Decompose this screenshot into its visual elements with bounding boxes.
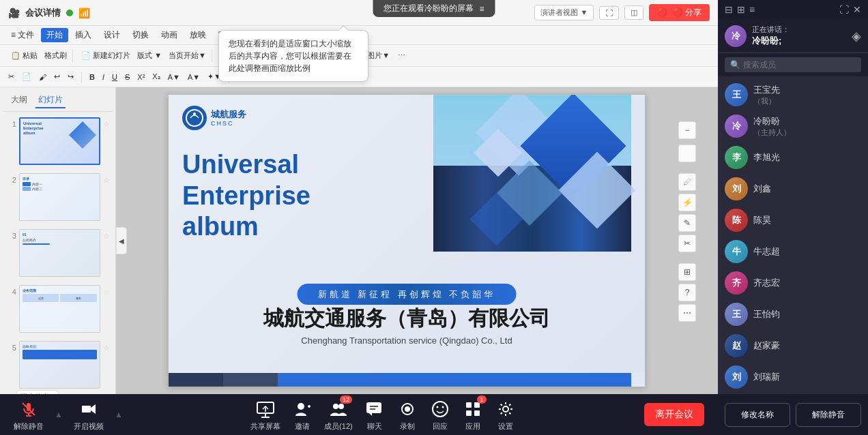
bar-mid	[223, 373, 278, 387]
share-screen-btn[interactable]: 共享屏幕	[250, 398, 280, 432]
share-screen-label: 共享屏幕	[250, 421, 280, 432]
unmute-arrow[interactable]: ▲	[55, 410, 63, 419]
slide-star-5[interactable]: ☆	[103, 344, 110, 352]
react-btn[interactable]: 回应	[429, 398, 451, 432]
more-btn[interactable]: ⋯	[395, 50, 408, 61]
sidebar-toggle-btn[interactable]: ◫	[624, 5, 643, 20]
slide-star-4[interactable]: ☆	[103, 288, 110, 297]
zoom-in-tool[interactable]	[678, 145, 696, 162]
menu-animation[interactable]: 动画	[156, 28, 183, 42]
slide-layout-btn[interactable]: 版式 ▼	[134, 49, 164, 62]
leave-meeting-btn[interactable]: 离开会议	[644, 403, 704, 426]
slide-star-3[interactable]: ☆	[103, 232, 110, 241]
slide-tagline: 新航道 新征程 再创辉煌 不负韶华	[298, 284, 517, 305]
logo-icon	[182, 106, 207, 130]
new-slide-btn[interactable]: 📄 新建幻灯片	[78, 49, 133, 62]
tool-6[interactable]: ✂	[678, 235, 696, 252]
search-members-input[interactable]	[743, 60, 856, 70]
highlight-btn[interactable]: A▼	[185, 72, 203, 82]
slide-star-1[interactable]: ☆	[103, 120, 110, 129]
svg-marker-7	[91, 404, 96, 414]
participant-name-6: 牛志超	[753, 245, 780, 258]
menu-slideshow[interactable]: 放映	[184, 28, 212, 42]
slide-start-btn[interactable]: 当页开始▼	[166, 49, 209, 62]
video-btn[interactable]: 开启视频	[74, 398, 104, 432]
fullscreen-btn[interactable]: ⛶	[599, 6, 619, 20]
format-btn[interactable]: 格式刷	[42, 49, 70, 62]
share-btn[interactable]: 🔴 🔴 分享	[649, 4, 710, 21]
participant-item-6[interactable]: 牛 牛志超	[718, 236, 868, 267]
unmute-all-btn[interactable]: 解除静音	[796, 403, 861, 427]
chat-btn[interactable]: 聊天	[364, 398, 386, 432]
tool-5[interactable]: ✎	[678, 214, 696, 232]
menu-transition[interactable]: 切换	[127, 28, 154, 42]
bottom-toolbar: 解除静音 ▲ 开启视频 ▲	[0, 394, 718, 435]
outline-tab[interactable]: 大纲	[8, 93, 30, 108]
menu-insert[interactable]: 插入	[70, 28, 97, 42]
superscript-btn[interactable]: X²	[134, 72, 147, 82]
slide-thumb-3[interactable]: 3 01 公司简介 ☆	[3, 226, 113, 280]
italic-btn[interactable]: I	[100, 72, 107, 82]
bold-btn[interactable]: B	[87, 72, 98, 82]
members-btn[interactable]: 12 成员(12)	[324, 398, 353, 432]
participant-item-3[interactable]: 李 李旭光	[718, 142, 868, 173]
apps-btn[interactable]: 1 应用	[462, 398, 484, 432]
slide-thumb-1[interactable]: 1 UniversalEnterprisealbum ☆	[3, 115, 113, 168]
paste-btn[interactable]: 📋 粘贴	[8, 49, 40, 62]
bottom-center-group: 共享屏幕 邀请	[250, 398, 517, 432]
status-indicator	[66, 10, 73, 16]
participant-item-5[interactable]: 陈 陈昊	[718, 205, 868, 236]
participant-item-10[interactable]: 刘 刘瑞新	[718, 361, 868, 393]
participant-item-4[interactable]: 刘 刘鑫	[718, 173, 868, 205]
view-mode-btn[interactable]: 演讲者视图 ▼	[534, 5, 594, 20]
settings-btn[interactable]: 设置	[495, 398, 517, 432]
participant-name-8: 王怡钧	[753, 308, 780, 320]
slide-img-5: 战略规划	[19, 341, 100, 389]
search-input-wrap: 🔍	[725, 57, 861, 72]
tool-7[interactable]: ⊞	[678, 263, 696, 281]
tool-8[interactable]: ?	[678, 284, 696, 301]
slides-tab[interactable]: 幻灯片	[35, 93, 66, 108]
unmute-btn[interactable]: 解除静音	[14, 398, 44, 432]
panel-collapse-btn[interactable]: ◀	[116, 227, 127, 254]
panel-close-btn[interactable]: ✕	[853, 4, 861, 15]
participant-info-10: 刘瑞新	[753, 371, 780, 383]
redo-btn[interactable]: ↪	[65, 72, 76, 82]
slide-star-2[interactable]: ☆	[103, 176, 110, 185]
slide-num-3: 3	[5, 232, 16, 240]
copy-btn[interactable]: 📄	[19, 72, 34, 82]
invite-btn[interactable]: 邀请	[291, 398, 313, 432]
tool-3[interactable]: 🖊	[678, 173, 696, 191]
underline-btn[interactable]: U	[109, 72, 120, 82]
tool-9[interactable]: ⋯	[678, 304, 696, 322]
record-btn[interactable]: 录制	[396, 398, 418, 432]
svg-rect-29	[474, 410, 480, 416]
cut-btn[interactable]: ✂	[5, 72, 17, 82]
slide-thumb-4[interactable]: 4 业务范围 运营 服务 ☆	[3, 282, 113, 335]
participant-item-2[interactable]: 冷 冷盼盼 （主持人）	[718, 110, 868, 142]
tool-4[interactable]: ⚡	[678, 194, 696, 211]
panel-expand-btn[interactable]: ⛶	[839, 4, 849, 15]
modify-name-btn[interactable]: 修改名称	[725, 403, 790, 427]
menu-design[interactable]: 设计	[98, 28, 126, 42]
right-panel-header: ⊟ ⊞ ≡ ⛶ ✕	[718, 0, 868, 19]
participant-item-9[interactable]: 赵 赵家豪	[718, 330, 868, 361]
diamond-container	[426, 95, 631, 272]
settings-svg	[496, 400, 515, 419]
menu-file[interactable]: ≡ 文件	[5, 28, 40, 42]
undo-btn[interactable]: ↩	[51, 72, 63, 82]
participant-item-1[interactable]: 王 王宝先 （我）	[718, 79, 868, 110]
participant-item-7[interactable]: 齐 齐志宏	[718, 267, 868, 299]
strikethrough-btn[interactable]: S	[122, 72, 132, 82]
zoom-out-tool[interactable]: −	[678, 121, 696, 139]
subscript-btn[interactable]: X₂	[149, 72, 162, 82]
invite-svg	[293, 400, 312, 419]
participant-item-8[interactable]: 王 王怡钧	[718, 299, 868, 330]
format-copy-btn[interactable]: 🖌	[36, 72, 49, 82]
font-color-btn[interactable]: A▼	[165, 72, 183, 82]
slide-title-line3: album	[182, 211, 310, 243]
slide-thumb-2[interactable]: 2 目录 内容一 内容二	[3, 170, 113, 224]
menu-start[interactable]: 开始	[41, 28, 68, 42]
video-arrow[interactable]: ▲	[115, 410, 123, 419]
slide-thumb-5[interactable]: 5 战略规划 ☆ 说点什么...	[3, 338, 113, 391]
